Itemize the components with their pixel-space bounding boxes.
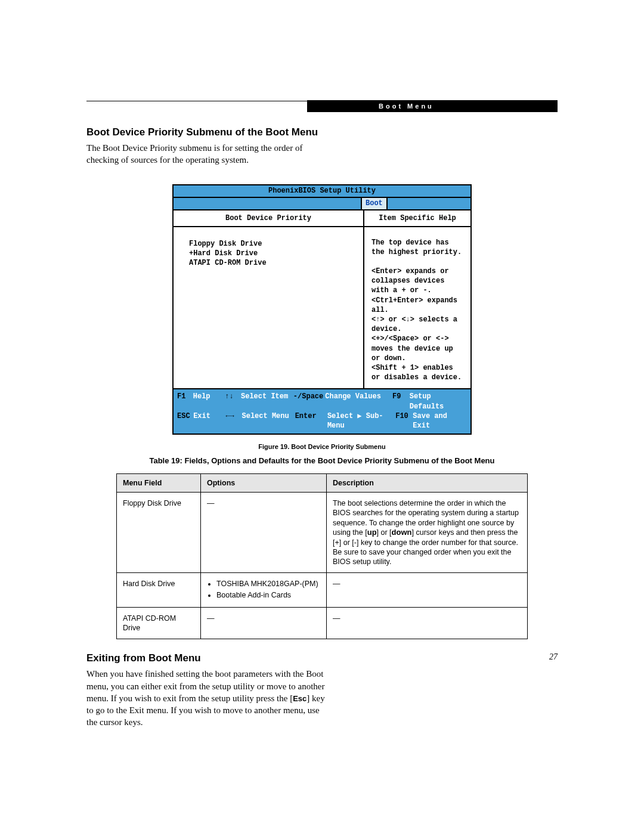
bold-down: down [392,528,412,537]
header-band-text: Boot Menu [379,103,434,110]
bios-footer-row-1: F1 Help ↑↓ Select Item -/Space Change Va… [177,392,467,411]
section-para-2: When you have finished setting the boot … [86,668,331,728]
bios-title: PhoenixBIOS Setup Utility [174,185,470,198]
cell-options: — [201,493,327,573]
cell-options: — [201,607,327,639]
esc-key-label: Esc [293,694,306,703]
bios-active-tab: Boot [361,198,388,209]
cell-menu: Hard Disk Drive [117,573,201,608]
bios-footer: F1 Help ↑↓ Select Item -/Space Change Va… [174,389,470,433]
para2-pre: When you have finished setting the boot … [86,669,324,703]
cell-description: — [327,573,528,608]
label-select-menu: Select Menu [242,411,295,431]
label-exit: Exit [193,411,225,431]
key-space: -/Space [293,392,325,411]
th-menu-field: Menu Field [117,474,201,493]
page-number: 27 [549,652,558,662]
section-heading-2: Exiting from Boot Menu [86,652,558,664]
bios-footer-row-2: ESC Exit ←→ Select Menu Enter Select ▶ S… [177,411,467,431]
cell-description: — [327,607,528,639]
bios-body: Boot Device Priority Floppy Disk Drive +… [174,210,470,390]
bios-right-pane: Item Specific Help The top device has th… [364,210,470,389]
label-change-values: Change Values [325,392,392,411]
option-item: Bootable Add-in Cards [216,590,320,600]
bios-device-item: ATAPI CD-ROM Drive [189,258,357,268]
section-heading-1: Boot Device Priority Submenu of the Boot… [86,126,558,138]
label-save-exit: Save and Exit [413,411,467,431]
desc-text: The boot selections determine the order … [333,499,519,566]
table-row: Hard Disk Drive TOSHIBA MHK2018GAP-(PM) … [117,573,528,608]
bios-device-list: Floppy Disk Drive +Hard Disk Drive ATAPI… [174,227,363,379]
page-content: Boot Menu Boot Device Priority Submenu o… [86,101,558,729]
bios-help-text: The top device has the highest priority.… [364,227,470,389]
key-updown: ↑↓ [225,392,241,411]
bios-right-head: Item Specific Help [364,210,470,227]
figure-caption: Figure 19. Boot Device Priority Submenu [86,443,558,450]
fields-table: Menu Field Options Description Floppy Di… [116,473,528,639]
bios-left-pane: Boot Device Priority Floppy Disk Drive +… [174,210,364,389]
header-band: Boot Menu [307,100,558,112]
bold-up: up [367,528,377,537]
cell-menu: ATAPI CD-ROM Drive [117,607,201,639]
th-description: Description [327,474,528,493]
section-para-1: The Boot Device Priority submenu is for … [86,142,325,166]
table-header-row: Menu Field Options Description [117,474,528,493]
th-options: Options [201,474,327,493]
table-row: ATAPI CD-ROM Drive — — [117,607,528,639]
bios-tab-row: Boot [174,198,470,210]
key-enter: Enter [295,411,327,431]
cell-description: The boot selections determine the order … [327,493,528,573]
key-leftright: ←→ [225,411,242,431]
bios-left-head: Boot Device Priority [174,210,363,227]
bios-figure: PhoenixBIOS Setup Utility Boot Boot Devi… [172,184,472,435]
bios-device-item: Floppy Disk Drive [189,239,357,249]
label-setup-defaults: Setup Defaults [410,392,467,411]
key-f1: F1 [177,392,193,411]
bios-device-item: +Hard Disk Drive [189,249,357,258]
key-esc: ESC [177,411,193,431]
table-row: Floppy Disk Drive — The boot selections … [117,493,528,573]
table-caption: Table 19: Fields, Options and Defaults f… [86,456,558,465]
label-select-submenu: Select ▶ Sub-Menu [327,411,395,431]
key-f9: F9 [392,392,410,411]
cell-menu: Floppy Disk Drive [117,493,201,573]
option-item: TOSHIBA MHK2018GAP-(PM) [216,579,320,589]
cell-options: TOSHIBA MHK2018GAP-(PM) Bootable Add-in … [201,573,327,608]
label-select-item: Select Item [241,392,293,411]
key-f10: F10 [395,411,413,431]
label-help: Help [193,392,225,411]
